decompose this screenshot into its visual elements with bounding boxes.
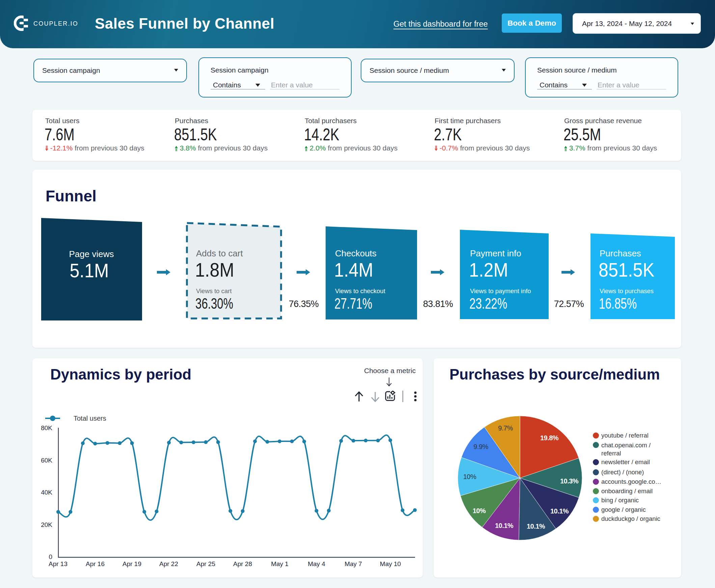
svg-text:9.7%: 9.7% — [498, 424, 513, 432]
svg-text:10%: 10% — [473, 507, 486, 514]
svg-text:19.8%: 19.8% — [540, 434, 559, 442]
svg-text:10.3%: 10.3% — [560, 477, 579, 485]
svg-text:10.1%: 10.1% — [527, 523, 545, 530]
svg-text:10.1%: 10.1% — [550, 507, 569, 515]
svg-text:10%: 10% — [463, 473, 477, 480]
svg-text:10.1%: 10.1% — [495, 522, 513, 529]
svg-text:9.9%: 9.9% — [474, 443, 488, 450]
